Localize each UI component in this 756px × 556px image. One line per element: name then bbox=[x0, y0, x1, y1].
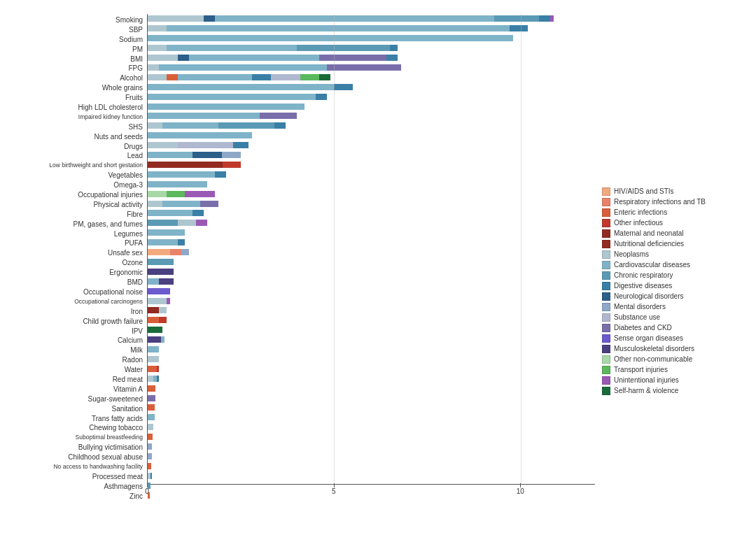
bar-segment bbox=[148, 288, 170, 294]
legend-swatch bbox=[602, 198, 610, 206]
bar-segment bbox=[252, 74, 271, 80]
y-label: Nuts and seeds bbox=[7, 132, 147, 142]
y-label: PM, gases, and fumes bbox=[7, 220, 147, 229]
bar-row bbox=[148, 288, 595, 294]
y-label: Sanitation bbox=[7, 404, 147, 414]
legend-item: Maternal and neonatal bbox=[602, 229, 749, 238]
legend-label: Transport injuries bbox=[614, 366, 668, 373]
bar-row bbox=[148, 220, 595, 226]
legend-swatch bbox=[602, 219, 610, 227]
bar-segment bbox=[148, 336, 161, 343]
bar-row bbox=[148, 210, 595, 216]
bar-row bbox=[148, 15, 595, 22]
bar-segment bbox=[162, 122, 218, 129]
legend-swatch bbox=[602, 313, 610, 322]
legend-label: Digestive diseases bbox=[614, 282, 672, 290]
bar-segment bbox=[148, 74, 167, 80]
legend-item: Transport injuries bbox=[602, 366, 749, 374]
bar-segment bbox=[233, 142, 248, 148]
y-label: IPV bbox=[7, 327, 147, 336]
bar-segment bbox=[148, 307, 159, 313]
y-label: Vitamin A bbox=[7, 385, 147, 394]
bar-segment bbox=[148, 94, 316, 100]
legend-swatch bbox=[602, 229, 610, 238]
bar-segment bbox=[223, 162, 241, 168]
y-label: BMD bbox=[7, 278, 147, 287]
bar-segment bbox=[386, 55, 398, 61]
bar-segment bbox=[148, 356, 159, 362]
bars-area bbox=[147, 14, 595, 485]
bar-row bbox=[148, 64, 595, 71]
legend-label: Enteric infections bbox=[614, 208, 667, 216]
y-label: Ergonomic bbox=[7, 268, 147, 278]
y-label: Iron bbox=[7, 307, 147, 317]
bar-segment bbox=[222, 152, 241, 158]
legend-item: Sense organ diseases bbox=[602, 334, 749, 343]
bar-segment bbox=[192, 152, 223, 158]
legend-label: Neoplasms bbox=[614, 250, 649, 258]
bar-row bbox=[148, 201, 595, 207]
legend-item: Other infectious bbox=[602, 219, 749, 227]
bar-row bbox=[148, 122, 595, 129]
bar-segment bbox=[162, 201, 200, 207]
bar-segment bbox=[204, 15, 215, 22]
bar-segment bbox=[390, 45, 398, 51]
legend-swatch bbox=[602, 324, 610, 332]
legend-label: Diabetes and CKD bbox=[614, 324, 672, 332]
y-label: FPG bbox=[7, 64, 147, 73]
y-label: Unsafe sex bbox=[7, 248, 147, 258]
legend-item: Other non-communicable bbox=[602, 355, 749, 364]
x-tick-line bbox=[334, 483, 335, 487]
bar-segment bbox=[148, 191, 167, 197]
bar-segment bbox=[178, 142, 234, 148]
y-label: Bullying victimisation bbox=[7, 443, 147, 452]
bar-segment bbox=[150, 473, 152, 479]
bar-segment bbox=[260, 113, 297, 119]
legend-label: Mental disorders bbox=[614, 303, 666, 311]
legend-item: Digestive diseases bbox=[602, 282, 749, 290]
bar-segment bbox=[148, 84, 334, 90]
bar-row bbox=[148, 45, 595, 51]
bar-row bbox=[148, 269, 595, 275]
legend-label: Maternal and neonatal bbox=[614, 229, 684, 237]
bar-row bbox=[148, 239, 595, 245]
legend-swatch bbox=[602, 345, 610, 353]
legend-swatch bbox=[602, 271, 610, 280]
bar-row bbox=[148, 94, 595, 100]
bar-segment bbox=[148, 201, 162, 207]
bar-row bbox=[148, 346, 595, 352]
gridline bbox=[521, 14, 522, 484]
legend-item: Cardiovascular diseases bbox=[602, 261, 749, 269]
x-axis: 0510 bbox=[147, 487, 595, 501]
bar-segment bbox=[148, 443, 152, 450]
legend-item: Diabetes and CKD bbox=[602, 324, 749, 332]
legend-item: Chronic respiratory bbox=[602, 271, 749, 280]
legend-label: Musculoskeletal disorders bbox=[614, 345, 694, 352]
bar-segment bbox=[148, 122, 162, 129]
legend-item: Musculoskeletal disorders bbox=[602, 345, 749, 353]
bar-segment bbox=[297, 45, 390, 51]
bar-segment bbox=[319, 55, 386, 61]
bar-row bbox=[148, 327, 595, 333]
legend-label: Self-harm & violence bbox=[614, 387, 678, 394]
bar-row bbox=[148, 259, 595, 265]
y-label: Child growth failure bbox=[7, 317, 147, 327]
bar-segment bbox=[148, 259, 174, 265]
bar-segment bbox=[148, 366, 157, 372]
bar-segment bbox=[157, 376, 159, 382]
y-label: Whole grains bbox=[7, 83, 147, 93]
bar-segment bbox=[148, 376, 153, 382]
x-tick-line bbox=[520, 483, 521, 487]
y-label: BMI bbox=[7, 55, 147, 64]
y-label: PUFA bbox=[7, 238, 147, 248]
bar-segment bbox=[148, 171, 215, 178]
bar-segment bbox=[170, 249, 181, 255]
bar-segment bbox=[148, 298, 167, 304]
bar-row bbox=[148, 385, 595, 392]
bar-segment bbox=[167, 298, 170, 304]
legend-label: Chronic respiratory bbox=[614, 271, 673, 279]
bar-row bbox=[148, 162, 595, 168]
bar-row bbox=[148, 404, 595, 411]
y-label: Drugs bbox=[7, 142, 147, 152]
y-label: SHS bbox=[7, 122, 147, 132]
